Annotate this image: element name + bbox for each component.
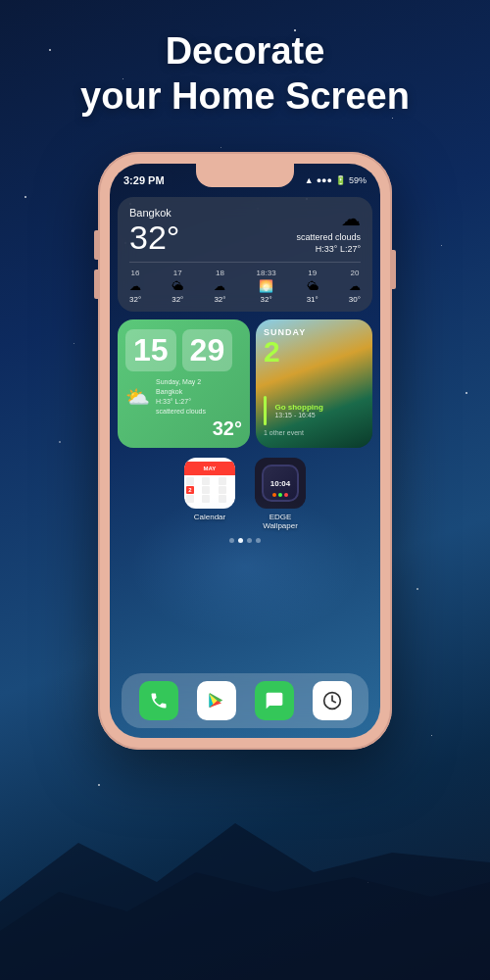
header-title: Decorate your Home Screen (0, 29, 490, 119)
calendar-date-number: 2 (264, 337, 365, 367)
forecast-item-1: 17 🌥 32° (172, 269, 183, 304)
edge-app-icon[interactable]: 10:04 (255, 458, 306, 509)
page-dot-1 (229, 538, 234, 543)
clock-minute: 29 (182, 329, 233, 371)
clock-svg (322, 691, 342, 710)
forecast-item-3: 18:33 🌅 32° (257, 269, 276, 304)
weather-top: Bangkok 32° ☁ scattered clouds H:33° L:2… (129, 207, 361, 254)
forecast-item-5: 20 ☁ 30° (349, 269, 361, 304)
playstore-svg (207, 691, 226, 710)
app-item-edge[interactable]: 10:04 EDGEWallpaper (255, 458, 306, 530)
dock-clock-icon[interactable] (313, 681, 352, 720)
weather-forecast: 16 ☁ 32° 17 🌥 32° 18 ☁ 32° 18:33 🌅 (129, 262, 361, 304)
app-icons-row: MAY 2 Calendar (118, 458, 372, 530)
power-button (392, 250, 396, 289)
volume-down-button (94, 270, 98, 299)
edge-watch: 10:04 (262, 465, 299, 502)
signal-icon: ●●● (317, 175, 332, 185)
phone-screen: 3:29 PM ▲ ●●● 🔋 59% Bangkok 32° ☁ scatte… (110, 164, 380, 738)
phone-frame: 3:29 PM ▲ ●●● 🔋 59% Bangkok 32° ☁ scatte… (98, 152, 392, 750)
weather-high-low: H:33° L:27° (296, 244, 361, 254)
clock-date-line1: Sunday, May 2 (156, 377, 242, 387)
weather-widget: Bangkok 32° ☁ scattered clouds H:33° L:2… (118, 197, 372, 312)
page-dot-3 (247, 538, 252, 543)
calendar-content: SUNDAY 2 Go shopping 13:15 - 16:45 1 oth… (256, 319, 372, 444)
battery-icon: 🔋 (335, 175, 346, 185)
weather-left: Bangkok 32° (129, 207, 179, 254)
event-time: 13:15 - 16:45 (274, 412, 322, 418)
mountain-silhouette (0, 784, 490, 980)
forecast-item-0: 16 ☁ 32° (129, 269, 141, 304)
dock (122, 673, 368, 728)
dot-red (272, 493, 276, 497)
phone-notch (196, 164, 294, 187)
battery-percent: 59% (349, 175, 367, 185)
clock-weather-row: ⛅ Sunday, May 2 Bangkok H:33° L:27° scat… (125, 377, 242, 416)
calendar-icon-header: MAY (184, 462, 235, 475)
weather-temperature: 32° (129, 220, 179, 254)
clock-condition: scattered clouds (156, 407, 242, 416)
clock-cloud-icon: ⛅ (125, 385, 150, 409)
event-text: Go shopping 13:15 - 16:45 (274, 403, 322, 418)
calendar-other-events: 1 other event (264, 429, 365, 436)
dot-orange (284, 493, 288, 497)
header-line1: Decorate (0, 29, 490, 74)
clock-high-low: H:33° L:27° (156, 397, 242, 407)
calendar-app-label: Calendar (194, 513, 225, 521)
calendar-icon-body: 2 (184, 475, 235, 505)
phone-svg (149, 691, 169, 710)
volume-up-button (94, 230, 98, 260)
clock-city: Bangkok (156, 387, 242, 397)
page-dot-2-active (238, 538, 243, 543)
status-icons: ▲ ●●● 🔋 59% (305, 175, 367, 185)
edge-app-label: EDGEWallpaper (263, 513, 298, 530)
edge-watch-time: 10:04 (270, 479, 290, 488)
clock-widget: 15 29 ⛅ Sunday, May 2 Bangkok H:33° L:27… (118, 319, 250, 448)
messages-svg (265, 691, 284, 710)
dock-phone-icon[interactable] (139, 681, 178, 720)
calendar-widget: SUNDAY 2 Go shopping 13:15 - 16:45 1 oth… (256, 319, 372, 448)
forecast-item-4: 19 🌥 31° (307, 269, 318, 304)
wifi-icon: ▲ (305, 175, 314, 185)
status-time: 3:29 PM (123, 174, 165, 186)
app-item-calendar[interactable]: MAY 2 Calendar (184, 458, 235, 530)
weather-condition: scattered clouds (296, 232, 361, 242)
event-bar (264, 396, 267, 425)
forecast-item-2: 18 ☁ 32° (214, 269, 225, 304)
clock-hour: 15 (125, 329, 176, 371)
dot-green (278, 493, 282, 497)
header-line2: your Home Screen (0, 74, 490, 120)
calendar-app-icon[interactable]: MAY 2 (184, 458, 235, 509)
dock-messages-icon[interactable] (255, 681, 294, 720)
cloud-icon: ☁ (296, 207, 361, 230)
clock-numbers: 15 29 (125, 329, 242, 371)
weather-city: Bangkok (129, 207, 179, 219)
calendar-event: Go shopping 13:15 - 16:45 (264, 396, 365, 425)
event-title: Go shopping (274, 403, 322, 412)
clock-temp-big: 32° (125, 417, 242, 440)
page-dots (110, 538, 380, 543)
weather-right: ☁ scattered clouds H:33° L:27° (296, 207, 361, 254)
edge-dots (264, 493, 297, 497)
dock-playstore-icon[interactable] (197, 681, 236, 720)
widget-row: 15 29 ⛅ Sunday, May 2 Bangkok H:33° L:27… (118, 319, 372, 448)
page-dot-4 (256, 538, 261, 543)
clock-info: Sunday, May 2 Bangkok H:33° L:27° scatte… (156, 377, 242, 416)
